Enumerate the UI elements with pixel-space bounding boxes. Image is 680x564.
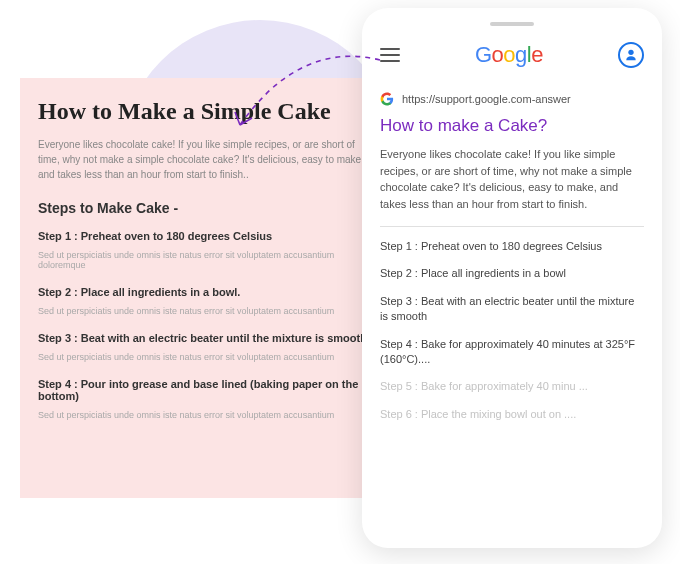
steps-heading: Steps to Make Cake -: [38, 200, 372, 216]
step-title: Step 1 : Preheat oven to 180 degrees Cel…: [38, 230, 372, 242]
divider: [380, 226, 644, 227]
step-title: Step 3 : Beat with an electric beater un…: [38, 332, 372, 344]
step-desc: Sed ut perspiciatis unde omnis iste natu…: [38, 352, 372, 362]
step-desc: Sed ut perspiciatis unde omnis iste natu…: [38, 410, 372, 420]
result-url-row[interactable]: https://support.google.com-answer: [380, 92, 644, 106]
article-step: Step 4 : Pour into grease and base lined…: [38, 378, 372, 420]
phone-body: https://support.google.com-answer How to…: [362, 82, 662, 422]
result-step: Step 1 : Preheat oven to 180 degrees Cel…: [380, 239, 644, 254]
step-title: Step 4 : Pour into grease and base lined…: [38, 378, 372, 402]
result-step: Step 2 : Place all ingredients in a bowl: [380, 266, 644, 281]
result-desc: Everyone likes chocolate cake! If you li…: [380, 146, 644, 212]
article-title: How to Make a Simple Cake: [38, 98, 372, 125]
article-step: Step 3 : Beat with an electric beater un…: [38, 332, 372, 362]
account-icon[interactable]: [618, 42, 644, 68]
google-logo[interactable]: Google: [475, 42, 543, 68]
article-card: How to Make a Simple Cake Everyone likes…: [20, 78, 390, 498]
svg-point-0: [628, 50, 633, 55]
result-url: https://support.google.com-answer: [402, 93, 571, 105]
article-intro: Everyone likes chocolate cake! If you li…: [38, 137, 372, 182]
phone-notch: [490, 22, 534, 26]
article-step: Step 2 : Place all ingredients in a bowl…: [38, 286, 372, 316]
step-desc: Sed ut perspiciatis unde omnis iste natu…: [38, 306, 372, 316]
step-title: Step 2 : Place all ingredients in a bowl…: [38, 286, 372, 298]
result-title[interactable]: How to make a Cake?: [380, 116, 644, 136]
phone-mockup: Google https://support.google.com-answer…: [362, 8, 662, 548]
step-desc: Sed ut perspiciatis unde omnis iste natu…: [38, 250, 372, 270]
result-step: Step 6 : Place the mixing bowl out on ..…: [380, 407, 644, 422]
result-step: Step 4 : Bake for approximately 40 minut…: [380, 337, 644, 368]
article-step: Step 1 : Preheat oven to 180 degrees Cel…: [38, 230, 372, 270]
result-step: Step 5 : Bake for approximately 40 minu …: [380, 379, 644, 394]
result-step: Step 3 : Beat with an electric beater un…: [380, 294, 644, 325]
hamburger-menu-icon[interactable]: [380, 48, 400, 62]
phone-header: Google: [362, 42, 662, 82]
google-favicon-icon: [380, 92, 394, 106]
